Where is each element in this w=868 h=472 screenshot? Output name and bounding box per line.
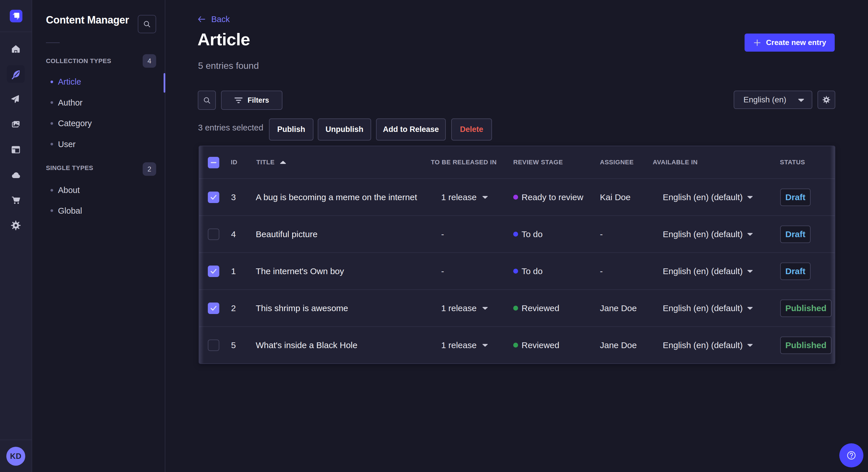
cell-locale-menu[interactable]: English (en) (default) [663,290,753,326]
sidebar-item-category[interactable]: Category [32,113,164,134]
sidebar-search-button[interactable] [138,15,156,33]
search-icon [143,20,151,28]
release-label: 1 release [441,303,476,313]
stage-label: To do [522,229,542,239]
nav-item-gear[interactable] [7,216,25,234]
nav-item-home[interactable] [7,40,25,58]
question-mark-icon [846,450,856,460]
column-header-review-stage[interactable]: REVIEW STAGE [513,146,563,178]
column-header-id[interactable]: ID [231,146,237,178]
cell-release-menu: - [441,253,444,289]
bullet-icon [51,101,53,104]
row-checkbox[interactable] [208,303,219,314]
sidebar-item-label: Article [58,77,81,87]
view-settings-button[interactable] [817,91,835,109]
help-button[interactable] [839,443,863,467]
column-header-available-in[interactable]: AVAILABLE IN [653,146,698,178]
publish-button[interactable]: Publish [269,119,313,140]
avatar-initials: KD [10,452,22,461]
table-row[interactable]: 5 What's inside a Black Hole 1 release R… [199,326,835,363]
sidebar-item-author[interactable]: Author [32,92,164,113]
cell-release-menu[interactable]: 1 release [441,327,488,363]
row-checkbox[interactable] [208,229,219,240]
gear-icon [822,96,831,104]
select-all-checkbox[interactable] [208,157,219,168]
cell-title: This shrimp is awesome [256,290,348,326]
table-row[interactable]: 2 This shrimp is awesome 1 release Revie… [199,289,835,326]
sort-ascending-icon [280,161,286,164]
filters-button[interactable]: Filters [221,91,282,110]
checkmark-icon [210,305,217,312]
avatar[interactable]: KD [6,447,25,466]
feather-pen-icon [10,68,22,80]
column-header-assignee[interactable]: ASSIGNEE [600,146,634,178]
strapi-logo[interactable] [10,10,22,22]
unpublish-button[interactable]: Unpublish [318,119,371,140]
status-badge: Draft [780,189,811,206]
release-label: - [441,229,444,239]
sidebar-item-user[interactable]: User [32,134,164,155]
sidebar-item-global[interactable]: Global [32,200,164,221]
sidebar-title: Content Manager [46,14,129,26]
cell-id: 2 [231,290,236,326]
nav-item-shopping-cart[interactable] [7,191,25,209]
release-label: 1 release [441,193,476,202]
search-icon [203,96,211,105]
nav-item-paper-plane[interactable] [7,90,25,108]
table-header: ID TITLE TO BE RELEASED IN REVIEW STAGE … [199,146,835,179]
cell-assignee: Jane Doe [600,327,637,363]
row-checkbox[interactable] [208,266,219,277]
paper-plane-icon [10,94,21,105]
nav-item-feather-pen[interactable] [7,65,25,83]
nav-item-layout-panels[interactable] [7,141,25,159]
search-button[interactable] [198,91,216,110]
cell-release-menu[interactable]: 1 release [441,179,488,215]
shopping-cart-icon [10,195,21,206]
page-title: Article [197,30,250,49]
column-header-release[interactable]: TO BE RELEASED IN [431,146,497,178]
table-row[interactable]: 3 A bug is becoming a meme on the intern… [199,179,835,215]
nav-item-media-pictures[interactable] [7,115,25,133]
cloud-icon [10,169,22,181]
cell-locale-menu[interactable]: English (en) (default) [663,253,753,289]
chevron-down-icon [482,343,488,347]
table-row[interactable]: 1 The internet's Own boy - To do - Engli… [199,252,835,289]
table-row[interactable]: 4 Beautiful picture - To do - English (e… [199,215,835,252]
nav-item-cloud[interactable] [7,166,25,184]
column-header-title[interactable]: TITLE [256,146,286,178]
add-to-release-button[interactable]: Add to Release [376,119,446,140]
checkmark-icon [210,268,217,275]
locale-label: English (en) (default) [663,303,743,313]
delete-button[interactable]: Delete [451,119,492,140]
sidebar-divider [46,42,60,43]
cell-locale-menu[interactable]: English (en) (default) [663,179,753,215]
filter-icon [234,97,243,104]
create-new-entry-button[interactable]: Create new entry [745,34,835,52]
cell-review-stage: Reviewed [513,290,559,326]
cell-locale-menu[interactable]: English (en) (default) [663,327,753,363]
row-checkbox[interactable] [208,339,219,351]
sidebar-item-label: Author [58,98,82,107]
chevron-down-icon [482,196,488,199]
sidebar-item-about[interactable]: About [32,180,164,200]
create-new-entry-label: Create new entry [766,38,826,47]
cell-id: 1 [231,253,236,289]
row-checkbox[interactable] [208,192,219,203]
stage-label: Ready to review [522,193,583,202]
sidebar-item-article[interactable]: Article [32,71,164,92]
cell-release-menu[interactable]: 1 release [441,290,488,326]
indeterminate-dash-icon [211,162,216,163]
sidebar-scrollbar-thumb[interactable] [164,73,165,93]
stage-dot-icon [513,195,518,200]
column-header-status[interactable]: STATUS [780,146,805,178]
locale-select[interactable]: English (en) [734,91,812,109]
gear-icon [10,220,21,231]
column-header-title-label: TITLE [256,159,275,166]
cell-locale-menu[interactable]: English (en) (default) [663,216,753,252]
bullet-icon [51,189,53,192]
cell-review-stage: Ready to review [513,179,583,215]
release-label: 1 release [441,340,476,350]
back-link[interactable]: Back [198,14,229,24]
media-pictures-icon [10,119,21,130]
cell-review-stage: To do [513,216,542,252]
